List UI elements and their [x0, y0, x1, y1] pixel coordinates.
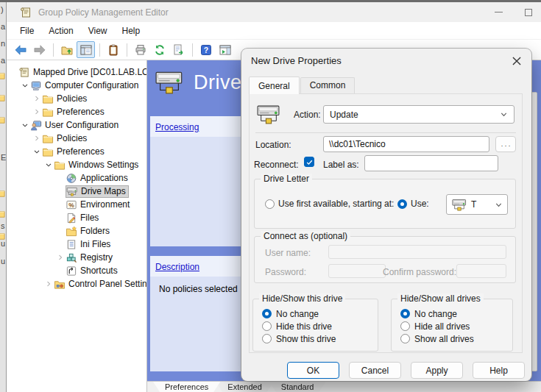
- radio-hide-all-drives[interactable]: Hide all drives: [392, 320, 512, 332]
- menu-action[interactable]: Action: [41, 24, 80, 38]
- password-label: Password:: [265, 267, 306, 277]
- tree-item-policies[interactable]: Policies: [7, 132, 146, 145]
- forward-arrow-icon: [34, 44, 46, 56]
- apply-button[interactable]: Apply: [411, 362, 463, 379]
- tree-item-environment[interactable]: %Environment: [7, 198, 146, 211]
- refresh-button[interactable]: [150, 41, 169, 58]
- chevron-down-icon[interactable]: [43, 160, 54, 170]
- view-tab-standard[interactable]: Standard: [269, 382, 326, 392]
- folder-icon: [42, 107, 54, 118]
- chevron-right-icon[interactable]: [32, 133, 42, 143]
- processing-link[interactable]: Processing: [155, 122, 199, 132]
- close-icon[interactable]: [510, 54, 523, 68]
- tree-item-control-panel-settings[interactable]: Control Panel Settings: [7, 277, 146, 291]
- back-arrow-button[interactable]: [11, 41, 29, 58]
- folder-icon: [0, 114, 6, 124]
- chevron-right-icon[interactable]: [32, 107, 42, 117]
- radio-off-icon: [262, 321, 272, 331]
- clipboard-icon: [107, 44, 119, 56]
- ini-files-icon: [66, 239, 77, 250]
- view-tab-preferences[interactable]: Preferences: [153, 382, 220, 392]
- tab-common[interactable]: Common: [300, 77, 356, 93]
- tree-item-computer-configuration[interactable]: Computer Configuration: [7, 79, 146, 92]
- radio-show-this-drive[interactable]: Show this drive: [253, 332, 378, 345]
- tree-item-ini-files[interactable]: Ini Files: [7, 238, 146, 251]
- chevron-down-icon[interactable]: [32, 146, 42, 157]
- tree-item-label: Computer Configuration: [45, 80, 138, 90]
- hide-show-all-drives-label: Hide/Show all drives: [397, 293, 484, 304]
- up-one-level-button[interactable]: [57, 41, 76, 58]
- files-icon: [66, 213, 77, 224]
- folder-icon: [42, 133, 54, 144]
- description-link[interactable]: Description: [155, 262, 199, 272]
- tree-item-windows-settings[interactable]: Windows Settings: [7, 158, 146, 171]
- help-button[interactable]: Help: [473, 362, 525, 379]
- tree-item-label: Environment: [80, 199, 130, 210]
- clipboard-button[interactable]: [104, 41, 122, 58]
- menu-file[interactable]: File: [13, 24, 41, 38]
- tree-item-folders[interactable]: Folders: [7, 224, 146, 238]
- tab-general[interactable]: General: [249, 76, 300, 94]
- tree-item-applications[interactable]: Applications: [7, 171, 146, 185]
- user-icon: [30, 120, 42, 131]
- label-as-input[interactable]: [364, 155, 498, 171]
- reconnect-checkbox[interactable]: [304, 157, 314, 167]
- expander-spacer: [55, 239, 66, 249]
- action-select[interactable]: Update: [323, 105, 515, 124]
- location-input[interactable]: [323, 136, 489, 152]
- tree-item-preferences[interactable]: Preferences: [7, 145, 146, 158]
- tree-item-registry[interactable]: Registry: [7, 251, 146, 264]
- screen: )anaEsuu Group Policy Management Editor …: [0, 0, 541, 392]
- folder-icon: [0, 230, 6, 240]
- chevron-right-icon[interactable]: [55, 252, 66, 263]
- radio-show-all-drives[interactable]: Show all drives: [392, 332, 512, 345]
- radio-hide-this-drive[interactable]: Hide this drive: [253, 320, 378, 332]
- screen-top-edge: [0, 0, 541, 2]
- tree-item-label: Ini Files: [80, 239, 110, 249]
- drive-letter-value: T: [471, 199, 476, 210]
- cancel-button[interactable]: Cancel: [349, 362, 401, 379]
- tree-item-preferences[interactable]: Preferences: [7, 105, 146, 118]
- use-letter-label: Use:: [411, 199, 429, 209]
- radio-label: Hide all drives: [414, 321, 470, 332]
- printer-button[interactable]: [131, 41, 149, 58]
- radio-on-icon: [400, 309, 410, 318]
- drive-letter-select[interactable]: T: [446, 194, 508, 215]
- menu-view[interactable]: View: [81, 24, 115, 38]
- background-text-fragment: s: [1, 221, 5, 230]
- tree-item-label: Applications: [80, 173, 128, 183]
- chevron-right-icon[interactable]: [43, 279, 54, 289]
- radio-no-change[interactable]: No change: [253, 307, 378, 320]
- export-list-button[interactable]: [169, 41, 188, 58]
- menu-help[interactable]: Help: [115, 24, 148, 38]
- tree-item-user-configuration[interactable]: User Configuration: [7, 118, 146, 132]
- tree-item-mapped-drive-dc01-lab-loca[interactable]: Mapped Drive [DC01.LAB.LOCA: [7, 65, 146, 79]
- folder-icon: [54, 160, 66, 171]
- radio-no-change[interactable]: No change: [392, 307, 512, 320]
- chevron-down-icon[interactable]: [20, 80, 30, 90]
- tree-item-drive-maps[interactable]: Drive Maps: [7, 185, 146, 198]
- use-letter-radio[interactable]: Use:: [397, 199, 429, 209]
- show-action-pane-button[interactable]: [216, 41, 234, 58]
- chevron-right-icon[interactable]: [32, 93, 42, 104]
- tree-item-files[interactable]: Files: [7, 211, 146, 224]
- tree-item-policies[interactable]: Policies: [7, 92, 146, 105]
- radio-off-icon: [400, 334, 410, 343]
- browse-button[interactable]: . . .: [495, 136, 516, 152]
- folder-icon: [42, 146, 54, 157]
- forward-arrow-button[interactable]: [30, 41, 49, 58]
- radio-on-icon: [262, 309, 272, 318]
- maximize-button[interactable]: [525, 9, 532, 16]
- hide-show-this-drive-group: Hide/Show this drive No changeHide this …: [252, 299, 378, 352]
- ok-button[interactable]: OK: [287, 362, 339, 379]
- chevron-down-icon[interactable]: [20, 120, 30, 130]
- tree-item-shortcuts[interactable]: Shortcuts: [7, 264, 146, 277]
- view-tab-extended[interactable]: Extended: [216, 382, 273, 392]
- help-button[interactable]: ?: [197, 41, 215, 58]
- show-console-tree-button[interactable]: [77, 41, 95, 58]
- hide-show-this-drive-label: Hide/Show this drive: [259, 293, 345, 304]
- use-first-available-radio[interactable]: Use first available, starting at:: [265, 199, 394, 209]
- minimize-button[interactable]: [495, 8, 503, 16]
- tree-item-label: User Configuration: [45, 120, 119, 130]
- label-as-label: Label as:: [323, 160, 359, 170]
